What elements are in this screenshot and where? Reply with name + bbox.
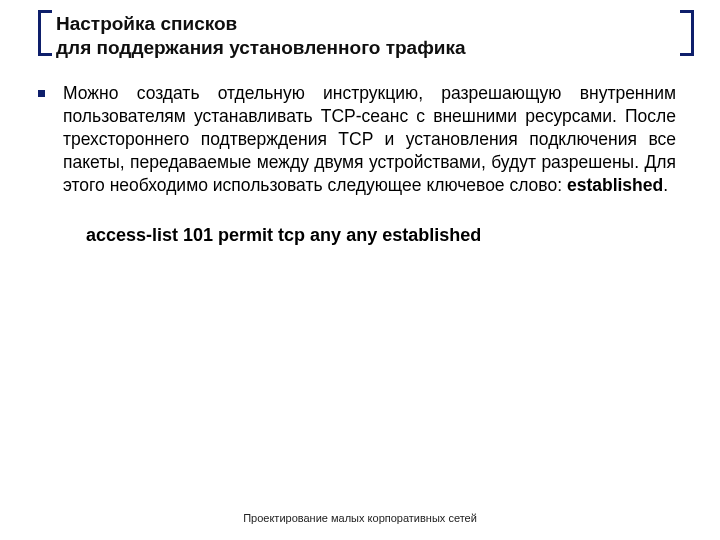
- slide-body: Можно создать отдельную инструкцию, разр…: [56, 82, 676, 246]
- slide-title: Настройка списков для поддержания устано…: [56, 12, 680, 60]
- title-line-1: Настройка списков: [56, 13, 237, 34]
- title-bracket-left: [38, 10, 52, 56]
- paragraph-suffix: .: [663, 175, 668, 195]
- bullet-square-icon: [38, 90, 45, 97]
- slide: Настройка списков для поддержания устано…: [0, 0, 720, 540]
- title-line-2: для поддержания установленного трафика: [56, 37, 466, 58]
- bullet-item: Можно создать отдельную инструкцию, разр…: [56, 82, 676, 197]
- command-line: access-list 101 permit tcp any any estab…: [86, 225, 676, 246]
- footer-text: Проектирование малых корпоративных сетей: [0, 512, 720, 524]
- title-block: Настройка списков для поддержания устано…: [56, 12, 680, 60]
- title-bracket-right: [680, 10, 694, 56]
- keyword-established: established: [567, 175, 663, 195]
- body-paragraph: Можно создать отдельную инструкцию, разр…: [63, 82, 676, 197]
